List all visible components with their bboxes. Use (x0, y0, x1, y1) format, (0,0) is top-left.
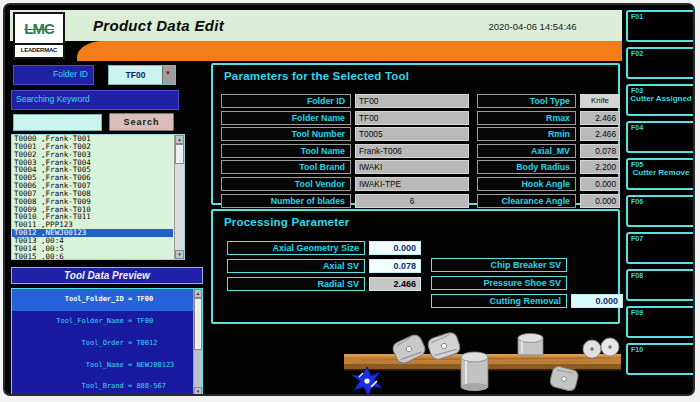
fkey-button[interactable]: F01 (626, 10, 695, 42)
processing-row: Cutting Removal 0.000 (431, 294, 623, 308)
param-value-field[interactable]: IWAKI (355, 160, 469, 174)
parameter-row: Tool Name Frank-T006 (221, 144, 469, 158)
fkey-button[interactable]: F02 (626, 47, 695, 79)
equals-separator (124, 361, 137, 369)
processing-label: Radial SV (227, 277, 365, 291)
param-value-field[interactable]: 0.000 (580, 194, 620, 208)
param-value-field[interactable]: IWAKI-TPE (355, 177, 469, 191)
blue-star-cutter-icon (352, 367, 382, 396)
datetime-display: 2020-04-06 14:54:46 (450, 21, 615, 32)
page-title: Product Data Edit (93, 17, 224, 34)
param-value-field[interactable]: 6 (355, 194, 469, 208)
tool-list-item[interactable]: T0015 ,00:6 (12, 253, 173, 260)
param-value-field[interactable]: 0.000 (580, 177, 620, 191)
processing-row: Axial Geometry Size 0.000 (227, 241, 421, 255)
preview-field-value: TF00 (136, 295, 153, 303)
search-button[interactable]: Search (109, 113, 174, 131)
processing-row: Chip Breaker SV (431, 258, 623, 272)
param-label: Tool Brand (221, 160, 351, 174)
processing-value-input[interactable]: 0.000 (369, 241, 421, 255)
fkey-id-label: F08 (631, 272, 643, 279)
parameter-row: Body Radius 2.200 (477, 160, 620, 174)
fkey-button[interactable]: F08 (626, 269, 695, 301)
param-value-field[interactable]: Knife (580, 94, 620, 108)
parameter-row: Folder ID TF00 (221, 94, 469, 108)
processing-left-column: Axial Geometry Size 0.000 Axial SV 0.078… (227, 241, 421, 295)
param-value-field[interactable]: Frank-T006 (355, 144, 469, 158)
equals-separator (124, 317, 137, 325)
fkey-id-label: F10 (631, 346, 643, 353)
param-label: Tool Number (221, 127, 351, 141)
processing-right-column: Chip Breaker SV Pressure Shoe SV Cutting… (431, 258, 623, 312)
preview-row[interactable]: Tool_OrderT0012 (12, 333, 193, 355)
folder-id-value: TF00 (109, 66, 162, 84)
processing-panel: Processing Parameter Axial Geometry Size… (211, 209, 620, 324)
cylinder-tool-icon (518, 334, 543, 356)
scrollbar-thumb[interactable] (194, 298, 202, 350)
preview-row[interactable]: Tool_NameNEWJ00123 (12, 354, 193, 376)
processing-label: Axial SV (227, 259, 365, 273)
scroll-down-icon[interactable] (175, 250, 184, 259)
processing-label: Cutting Removal (431, 294, 567, 308)
search-input[interactable] (13, 114, 102, 131)
fkey-function-label: Cutter Assigned (630, 94, 692, 103)
preview-scrollbar[interactable] (193, 289, 202, 396)
fkey-column: F01 F02 F03 Cutter Assigned F04 F05 Cutt… (626, 10, 695, 380)
preview-row[interactable]: Tool_Folder_NameTF00 (12, 311, 193, 333)
param-value-field[interactable]: TF00 (355, 111, 469, 125)
processing-value-input[interactable]: 0.078 (369, 259, 421, 273)
param-value-field[interactable]: 2.466 (580, 127, 620, 141)
parameters-panel: Parameters for the Selected Tool Folder … (211, 63, 620, 205)
param-label: Number of blades (221, 194, 351, 208)
tool-list-scrollbar[interactable] (174, 135, 184, 259)
fkey-button[interactable]: F10 (626, 343, 695, 375)
param-value-field[interactable]: 2.200 (580, 160, 620, 174)
tool-data-preview-list[interactable]: Tool_Folder_IDTF00 Tool_Folder_NameTF00 … (11, 288, 203, 396)
processing-row: Pressure Shoe SV (431, 276, 623, 290)
fkey-button[interactable]: F09 (626, 306, 695, 338)
processing-panel-title: Processing Parameter (224, 216, 349, 228)
param-label: Body Radius (477, 160, 576, 174)
dropdown-arrow-icon[interactable] (162, 66, 175, 84)
param-label: Clearance Angle (477, 194, 576, 208)
fkey-button[interactable]: F04 (626, 121, 695, 153)
header-accent-bar (77, 41, 622, 61)
scroll-up-icon[interactable] (194, 289, 202, 298)
fkey-function-label: Cutter Remove (630, 168, 692, 177)
processing-row: Axial SV 0.078 (227, 259, 421, 273)
param-label: Tool Type (477, 94, 576, 108)
fkey-button[interactable]: F05 Cutter Remove (626, 158, 695, 190)
logo-abbr: LMC (15, 20, 63, 38)
preview-row[interactable]: Tool_Brand888-567 (12, 376, 193, 396)
scroll-down-icon[interactable] (194, 387, 202, 396)
param-label: Hook Angle (477, 177, 576, 191)
parameter-row: Folder Name TF00 (221, 111, 469, 125)
scrollbar-thumb[interactable] (175, 144, 184, 164)
fkey-button[interactable]: F03 Cutter Assigned (626, 84, 695, 116)
param-label: Axial_MV (477, 144, 576, 158)
param-value-field[interactable]: TF00 (355, 94, 469, 108)
fkey-id-label: F03 (631, 87, 643, 94)
processing-label: Chip Breaker SV (431, 258, 567, 272)
fkey-id-label: F01 (631, 13, 643, 20)
preview-field-name: Tool_Name (46, 362, 124, 369)
folder-id-dropdown[interactable]: TF00 (108, 65, 176, 85)
searching-keyword-label: Searching Keyword (11, 90, 179, 110)
fkey-button[interactable]: F06 (626, 195, 695, 227)
param-value-field[interactable]: 2.466 (580, 111, 620, 125)
tool-list[interactable]: T0000 ,Frank-T001 T0001 ,Frank-T002 T000… (11, 134, 185, 260)
folder-id-label: Folder ID (13, 65, 94, 85)
fkey-button[interactable]: F07 (626, 232, 695, 264)
preview-field-name: Tool_Folder_Name (46, 318, 124, 325)
processing-value-input[interactable]: 2.466 (369, 277, 421, 291)
processing-value-input[interactable]: 0.000 (571, 294, 623, 308)
parameter-row: Rmin 2.466 (477, 127, 620, 141)
param-value-field[interactable]: 0.078 (580, 144, 620, 158)
param-label: Folder Name (221, 111, 351, 125)
param-label: Tool Name (221, 144, 351, 158)
param-value-field[interactable]: T0005 (355, 127, 469, 141)
preview-row[interactable]: Tool_Folder_IDTF00 (12, 289, 193, 311)
parameter-row: Tool Vendor IWAKI-TPE (221, 177, 469, 191)
scroll-up-icon[interactable] (175, 135, 184, 144)
parameter-row: Tool Brand IWAKI (221, 160, 469, 174)
